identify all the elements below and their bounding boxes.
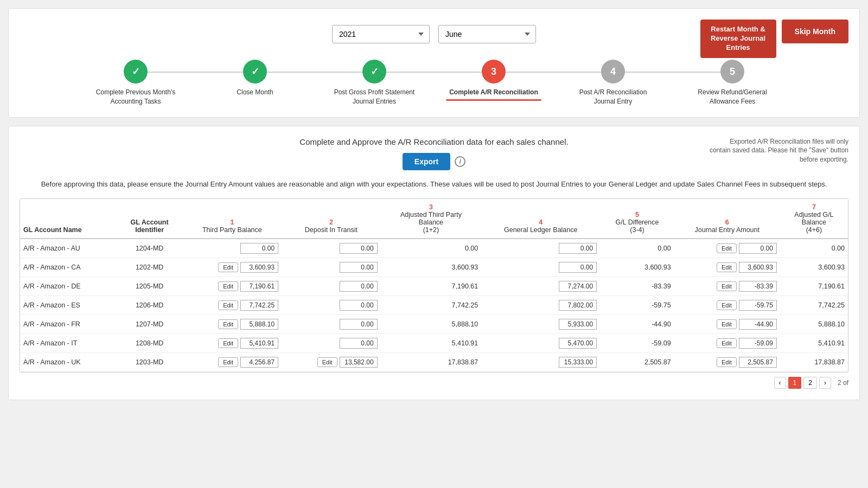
edit-journal-button[interactable]: Edit: [717, 262, 737, 272]
next-page-button[interactable]: ›: [819, 377, 831, 389]
edit-third-party-button[interactable]: Edit: [218, 281, 238, 291]
cell-journal-entry-amount: Edit3,600.93: [674, 258, 780, 277]
cell-gl-difference: 3,600.93: [600, 258, 674, 277]
cell-gl-account-id: 1208-MD: [117, 334, 183, 353]
cell-third-party-balance: 0.00: [183, 239, 282, 258]
edit-third-party-button[interactable]: Edit: [218, 357, 238, 367]
step-5-label: Post A/R ReconciliationJournal Entry: [579, 88, 647, 106]
prev-page-button[interactable]: ‹: [774, 377, 786, 389]
third-party-value: 7,190.61: [240, 281, 278, 292]
edit-third-party-button[interactable]: Edit: [218, 338, 238, 348]
table-body: A/R - Amazon - AU1204-MD0.000.000.000.00…: [20, 239, 848, 372]
cell-third-party-balance: Edit7,742.25: [183, 296, 282, 315]
edit-journal-button[interactable]: Edit: [717, 319, 737, 329]
cell-third-party-balance: Edit7,190.61: [183, 277, 282, 296]
col-header-adjusted-third-party: 3Adjusted Third PartyBalance(1+2): [381, 199, 482, 239]
cell-adjusted-third-party: 3,600.93: [381, 258, 482, 277]
month-select[interactable]: JanuaryFebruaryMarch AprilMay June JulyA…: [438, 25, 536, 43]
cell-adjusted-gl-balance: 17,838.87: [780, 353, 848, 372]
table-row: A/R - Amazon - DE1205-MDEdit7,190.610.00…: [20, 277, 848, 296]
cell-deposit-in-transit: 0.00: [282, 296, 381, 315]
export-note: Exported A/R Reconciliation files will o…: [707, 137, 848, 164]
edit-journal-button[interactable]: Edit: [717, 357, 737, 367]
cell-deposit-in-transit: Edit13,582.00: [282, 353, 381, 372]
cell-adjusted-gl-balance: 3,600.93: [780, 258, 848, 277]
step-2-circle: ✓: [243, 60, 267, 84]
general-ledger-value: 5,933.00: [559, 319, 597, 330]
cell-deposit-in-transit: 0.00: [282, 239, 381, 258]
cell-adjusted-third-party: 7,742.25: [381, 296, 482, 315]
cell-third-party-balance: Edit4,256.87: [183, 353, 282, 372]
cell-general-ledger-balance: 7,274.00: [481, 277, 600, 296]
step-4: 3 Complete A/R Reconciliation: [434, 60, 553, 101]
col-header-general-ledger: 4General Ledger Balance: [481, 199, 600, 239]
table-row: A/R - Amazon - CA1202-MDEdit3,600.930.00…: [20, 258, 848, 277]
page-2-button[interactable]: 2: [803, 377, 817, 389]
step-2-label: Close Month: [237, 88, 273, 97]
page-1-button[interactable]: 1: [788, 377, 802, 389]
edit-journal-button[interactable]: Edit: [717, 281, 737, 291]
cell-gl-account-id: 1203-MD: [117, 353, 183, 372]
cell-gl-account-name: A/R - Amazon - UK: [20, 353, 117, 372]
warning-text: Before approving this data, please ensur…: [20, 179, 848, 190]
top-card: Restart Month & Reverse Journal Entries …: [8, 8, 860, 118]
cell-third-party-balance: Edit3,600.93: [183, 258, 282, 277]
cell-journal-entry-amount: Edit2,505.87: [674, 353, 780, 372]
third-party-value: 7,742.25: [240, 300, 278, 311]
cell-adjusted-gl-balance: 5,888.10: [780, 315, 848, 334]
cell-gl-difference: -44.90: [600, 315, 674, 334]
outer-container: Restart Month & Reverse Journal Entries …: [0, 0, 868, 408]
edit-journal-button[interactable]: Edit: [717, 243, 737, 253]
edit-third-party-button[interactable]: Edit: [218, 319, 238, 329]
edit-third-party-button[interactable]: Edit: [218, 300, 238, 310]
top-buttons: Restart Month & Reverse Journal Entries …: [700, 20, 848, 58]
cell-adjusted-gl-balance: 0.00: [780, 239, 848, 258]
general-ledger-value: 0.00: [559, 243, 597, 254]
col-header-journal-entry: 6Journal Entry Amount: [674, 199, 780, 239]
cell-adjusted-third-party: 5,888.10: [381, 315, 482, 334]
col-header-third-party: 1Third Party Balance: [183, 199, 282, 239]
steps-row: ✓ Complete Previous Month'sAccounting Ta…: [20, 60, 848, 106]
export-button[interactable]: Export: [403, 153, 450, 170]
deposit-value: 0.00: [340, 300, 378, 311]
cell-gl-account-id: 1204-MD: [117, 239, 183, 258]
journal-entry-value: 2,505.87: [739, 357, 777, 368]
year-select[interactable]: 2019 2020 2021 2022 2023: [332, 25, 430, 43]
cell-adjusted-gl-balance: 7,742.25: [780, 296, 848, 315]
edit-deposit-button[interactable]: Edit: [317, 357, 337, 367]
main-description: Complete and Approve the A/R Reconciliat…: [299, 137, 568, 146]
cell-gl-difference: 2,505.87: [600, 353, 674, 372]
step-6: 5 Review Refund/GeneralAllowance Fees: [673, 60, 792, 106]
table-row: A/R - Amazon - UK1203-MDEdit4,256.87Edit…: [20, 353, 848, 372]
table-row: A/R - Amazon - ES1206-MDEdit7,742.250.00…: [20, 296, 848, 315]
skip-button[interactable]: Skip Month: [782, 20, 848, 43]
edit-journal-button[interactable]: Edit: [717, 300, 737, 310]
edit-journal-button[interactable]: Edit: [717, 338, 737, 348]
col-header-adjusted-gl: 7Adjusted G/LBalance(4+6): [780, 199, 848, 239]
step-3-circle: ✓: [362, 60, 386, 84]
cell-adjusted-gl-balance: 5,410.91: [780, 334, 848, 353]
third-party-value: 4,256.87: [240, 357, 278, 368]
general-ledger-value: 5,470.00: [559, 338, 597, 349]
table-wrapper: GL Account Name GL AccountIdentifier 1Th…: [20, 198, 848, 373]
cell-gl-difference: -83.39: [600, 277, 674, 296]
general-ledger-value: 7,274.00: [559, 281, 597, 292]
deposit-value: 0.00: [340, 319, 378, 330]
cell-gl-account-name: A/R - Amazon - CA: [20, 258, 117, 277]
step-5: 4 Post A/R ReconciliationJournal Entry: [553, 60, 673, 106]
table-row: A/R - Amazon - AU1204-MD0.000.000.000.00…: [20, 239, 848, 258]
edit-third-party-button[interactable]: Edit: [218, 262, 238, 272]
step-4-circle: 3: [482, 60, 506, 84]
export-row: Export i: [403, 153, 465, 170]
deposit-value: 0.00: [340, 338, 378, 349]
general-ledger-value: 15,333.00: [559, 357, 597, 368]
step-4-label: Complete A/R Reconciliation: [449, 88, 538, 97]
restart-button[interactable]: Restart Month & Reverse Journal Entries: [700, 20, 776, 58]
cell-general-ledger-balance: 0.00: [481, 258, 600, 277]
third-party-value: 0.00: [240, 243, 278, 254]
cell-third-party-balance: Edit5,888.10: [183, 315, 282, 334]
step-1-label: Complete Previous Month'sAccounting Task…: [96, 88, 175, 106]
cell-adjusted-third-party: 0.00: [381, 239, 482, 258]
info-icon[interactable]: i: [455, 156, 465, 167]
cell-gl-account-id: 1207-MD: [117, 315, 183, 334]
